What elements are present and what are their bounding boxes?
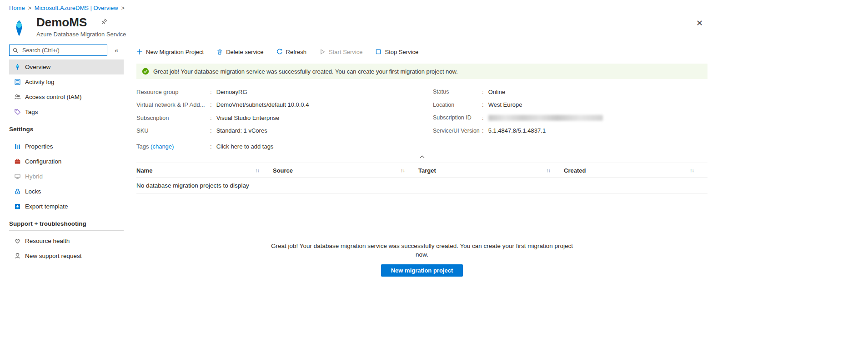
trash-icon: [216, 49, 223, 55]
essentials-right-column: Status : Online Location : West Europe S…: [433, 85, 603, 137]
sidebar-item-label: Export template: [25, 203, 68, 210]
toolbar-label: Stop Service: [385, 49, 418, 55]
essential-resource-group: Resource group : DemoayRG: [136, 85, 309, 99]
toolbar-label: New Migration Project: [146, 49, 204, 55]
dms-service-icon: [10, 19, 28, 37]
sidebar-section-settings: Settings: [9, 119, 124, 136]
essential-label: Resource group: [136, 89, 210, 95]
column-header-created[interactable]: Created ↑↓: [564, 167, 707, 174]
sidebar-item-tags[interactable]: Tags: [9, 104, 124, 119]
sidebar-item-label: Access control (IAM): [25, 94, 82, 100]
essentials: Resource group : DemoayRG Virtual networ…: [136, 85, 707, 153]
status-value: Online: [488, 89, 506, 95]
sort-icon: ↑↓: [690, 168, 694, 173]
table-empty-message: No database migration projects to displa…: [136, 178, 707, 193]
essential-sku: SKU : Standard: 1 vCores: [136, 124, 309, 138]
essential-separator: :: [210, 114, 212, 121]
new-migration-project-cta-button[interactable]: New migration project: [381, 264, 463, 277]
sidebar-item-properties[interactable]: Properties: [9, 139, 124, 154]
essential-subscription: Subscription : Visual Studio Enterprise: [136, 111, 309, 124]
plus-icon: [136, 49, 143, 55]
column-header-source[interactable]: Source ↑↓: [273, 167, 418, 174]
sidebar-item-access-control[interactable]: Access control (IAM): [9, 89, 124, 104]
sidebar-item-configuration[interactable]: Configuration: [9, 154, 124, 169]
breadcrumb-separator: >: [121, 5, 125, 11]
new-migration-project-button[interactable]: New Migration Project: [136, 49, 204, 55]
sidebar-collapse-button[interactable]: «: [115, 46, 118, 54]
essential-virtual-network: Virtual network & IP Add... : DemoVnet/s…: [136, 99, 309, 112]
subscription-link[interactable]: Visual Studio Enterprise: [216, 114, 280, 121]
essential-separator: :: [482, 101, 484, 108]
delete-service-button[interactable]: Delete service: [216, 49, 263, 55]
breadcrumb-link-current[interactable]: Microsoft.AzureDMS | Overview: [35, 5, 118, 11]
success-check-icon: [142, 68, 149, 75]
essential-separator: :: [210, 143, 212, 150]
essential-subscription-id: Subscription ID :: [433, 111, 603, 124]
activity-log-icon: [14, 79, 21, 86]
properties-icon: [14, 143, 21, 150]
sidebar-item-new-support-request[interactable]: New support request: [9, 248, 124, 263]
column-header-name[interactable]: Name ↑↓: [136, 167, 273, 174]
toolbar-label: Refresh: [286, 49, 307, 55]
sidebar-item-hybrid[interactable]: Hybrid: [9, 169, 124, 184]
support-request-icon: [14, 253, 21, 260]
sidebar-item-label: Resource health: [25, 238, 70, 244]
empty-state: Great job! Your database migration servi…: [136, 242, 707, 277]
sidebar-item-label: Configuration: [25, 158, 61, 165]
toolbar: New Migration Project Delete service: [136, 44, 707, 60]
sidebar-section-support: Support + troubleshooting: [9, 214, 124, 231]
breadcrumb-link-home[interactable]: Home: [9, 5, 25, 11]
play-icon: [319, 49, 326, 55]
stop-icon: [375, 49, 381, 55]
essential-label: Tags (change): [136, 143, 210, 150]
essentials-collapse-button[interactable]: [136, 154, 707, 160]
essentials-left-column: Resource group : DemoayRG Virtual networ…: [136, 85, 309, 153]
pin-icon[interactable]: [101, 18, 108, 27]
sidebar-item-export-template[interactable]: Export template: [9, 199, 124, 214]
service-version-value: 5.1.4847.8/5.1.4837.1: [488, 127, 546, 134]
access-control-icon: [14, 94, 21, 101]
essential-tags: Tags (change) : Click here to add tags: [136, 140, 309, 153]
sidebar-item-label: Hybrid: [25, 173, 43, 180]
sidebar-item-label: Properties: [25, 143, 53, 150]
stop-service-button[interactable]: Stop Service: [375, 49, 418, 55]
sidebar-item-activity-log[interactable]: Activity log: [9, 74, 124, 89]
close-icon[interactable]: ✕: [696, 19, 703, 27]
sidebar-item-resource-health[interactable]: Resource health: [9, 233, 124, 248]
sidebar-item-locks[interactable]: Locks: [9, 184, 124, 199]
location-value: West Europe: [488, 101, 522, 108]
overview-icon: [14, 64, 21, 71]
page-title: DemoMS: [36, 15, 87, 30]
column-label: Source: [273, 167, 293, 174]
essential-separator: :: [210, 127, 212, 134]
essential-status: Status : Online: [433, 85, 603, 99]
column-label: Name: [136, 167, 152, 174]
lock-icon: [14, 188, 21, 195]
sidebar-item-overview[interactable]: Overview: [9, 59, 124, 74]
toolbar-label: Start Service: [329, 49, 362, 55]
add-tags-link[interactable]: Click here to add tags: [216, 143, 274, 150]
page-header: DemoMS Azure Database Migration Service: [36, 15, 126, 38]
sidebar-item-label: Tags: [25, 109, 38, 115]
chevron-up-icon: [419, 154, 425, 160]
search-input[interactable]: [21, 47, 104, 54]
virtual-network-value: DemoVnet/subnets/default 10.0.0.4: [216, 101, 309, 108]
essential-separator: :: [210, 89, 212, 95]
essential-label: Subscription ID: [433, 114, 482, 121]
page-subtitle: Azure Database Migration Service: [36, 31, 126, 38]
essential-separator: :: [482, 127, 484, 134]
hybrid-icon: [14, 173, 21, 180]
resource-group-link[interactable]: DemoayRG: [216, 89, 247, 95]
refresh-button[interactable]: Refresh: [276, 49, 307, 55]
tags-change-link[interactable]: (change): [151, 143, 174, 150]
essential-separator: :: [210, 101, 212, 108]
column-label: Target: [418, 167, 436, 174]
sidebar-item-label: New support request: [25, 253, 82, 259]
essential-label: Location: [433, 102, 482, 108]
banner-message: Great job! Your database migration servi…: [153, 68, 458, 75]
essential-label: Status: [433, 89, 482, 95]
empty-state-message: Great job! Your database migration servi…: [270, 242, 574, 259]
start-service-button[interactable]: Start Service: [319, 49, 362, 55]
column-header-target[interactable]: Target ↑↓: [418, 167, 564, 174]
export-template-icon: [14, 203, 21, 210]
